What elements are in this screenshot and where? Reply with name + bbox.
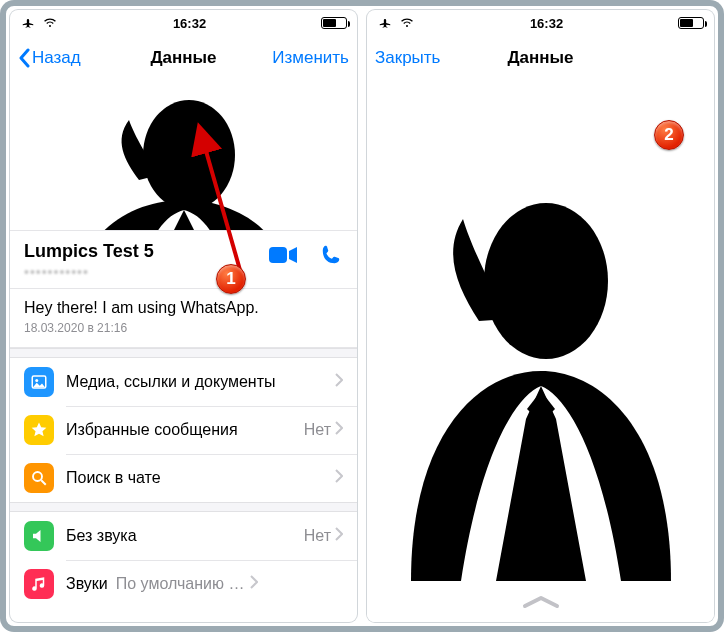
svg-rect-2: [269, 247, 287, 263]
row-media-links-docs[interactable]: Медиа, ссылки и документы: [10, 358, 357, 406]
screenshot-right: 16:32 Закрыть Данные: [367, 10, 714, 622]
row-label: Медиа, ссылки и документы: [66, 373, 335, 391]
status-bar: 16:32: [10, 10, 357, 36]
swipe-up-indicator[interactable]: [367, 594, 714, 610]
about-text: Hey there! I am using WhatsApp.: [24, 299, 343, 317]
airplane-mode-icon: [377, 16, 393, 30]
contact-header: Lumpics Test 5 •••••••••••: [10, 230, 357, 289]
edit-button[interactable]: Изменить: [257, 48, 349, 68]
close-label: Закрыть: [375, 48, 440, 68]
svg-point-8: [484, 203, 608, 359]
chevron-right-icon: [335, 421, 343, 439]
about-date: 18.03.2020 в 21:16: [24, 321, 343, 335]
silhouette-image: [10, 80, 357, 230]
contact-about: Hey there! I am using WhatsApp. 18.03.20…: [10, 289, 357, 348]
back-label: Назад: [32, 48, 81, 68]
chevron-right-icon: [335, 373, 343, 391]
row-value: По умолчанию (Нот…: [116, 575, 246, 593]
options-list-1: Медиа, ссылки и документы Избранные сооб…: [10, 358, 357, 502]
nav-title: Данные: [507, 48, 573, 68]
chevron-right-icon: [250, 575, 258, 593]
annotation-badge-2: 2: [654, 120, 684, 150]
row-starred-messages[interactable]: Избранные сообщения Нет: [10, 406, 357, 454]
row-value: Нет: [304, 421, 331, 439]
contact-photo[interactable]: [10, 80, 357, 230]
airplane-mode-icon: [20, 16, 36, 30]
star-icon: [24, 415, 54, 445]
speaker-icon: [24, 521, 54, 551]
silhouette-image-large: [367, 130, 714, 592]
status-time: 16:32: [530, 16, 563, 31]
status-time: 16:32: [173, 16, 206, 31]
chevron-right-icon: [335, 527, 343, 545]
chevron-left-icon: [18, 48, 30, 68]
back-button[interactable]: Назад: [18, 48, 110, 68]
row-label: Звуки: [66, 575, 108, 593]
row-value: Нет: [304, 527, 331, 545]
nav-title: Данные: [150, 48, 216, 68]
svg-point-5: [33, 472, 42, 481]
annotation-badge-1: 1: [216, 264, 246, 294]
options-list-2: Без звука Нет Звуки По умолчанию (Нот…: [10, 512, 357, 608]
wifi-icon: [399, 17, 415, 29]
svg-point-1: [143, 100, 235, 210]
edit-label: Изменить: [272, 48, 349, 68]
row-label: Избранные сообщения: [66, 421, 304, 439]
photos-icon: [24, 367, 54, 397]
video-call-button[interactable]: [269, 241, 297, 269]
svg-point-4: [35, 379, 38, 382]
chevron-right-icon: [335, 469, 343, 487]
row-mute[interactable]: Без звука Нет: [10, 512, 357, 560]
battery-icon: [321, 17, 347, 29]
search-icon: [24, 463, 54, 493]
nav-bar: Назад Данные Изменить: [10, 36, 357, 80]
status-bar: 16:32: [367, 10, 714, 36]
full-photo-viewer[interactable]: [367, 80, 714, 622]
battery-icon: [678, 17, 704, 29]
row-label: Поиск в чате: [66, 469, 335, 487]
row-search-in-chat[interactable]: Поиск в чате: [10, 454, 357, 502]
row-label: Без звука: [66, 527, 304, 545]
close-button[interactable]: Закрыть: [375, 48, 467, 68]
voice-call-button[interactable]: [317, 241, 345, 269]
section-separator: [10, 348, 357, 358]
row-sounds[interactable]: Звуки По умолчанию (Нот…: [10, 560, 357, 608]
screenshot-left: 16:32 Назад Данные Изменить: [10, 10, 357, 622]
wifi-icon: [42, 17, 58, 29]
music-note-icon: [24, 569, 54, 599]
nav-bar: Закрыть Данные: [367, 36, 714, 80]
section-separator: [10, 502, 357, 512]
svg-line-6: [41, 480, 46, 485]
